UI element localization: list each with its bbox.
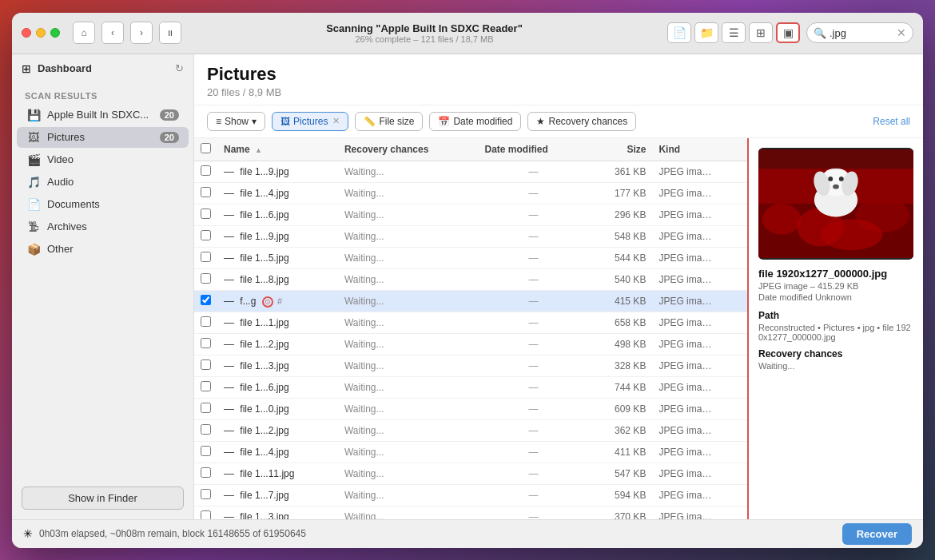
pictures-filter-close-icon[interactable]: ✕ — [332, 116, 340, 126]
search-clear-icon[interactable]: ✕ — [897, 26, 906, 39]
folder-icon-btn[interactable]: 📁 — [694, 22, 718, 43]
sidebar-item-documents[interactable]: 📄 Documents — [17, 194, 189, 215]
grid-view-btn[interactable]: ⊞ — [749, 22, 773, 43]
row-checkbox[interactable] — [201, 273, 211, 284]
col-checkbox — [194, 138, 217, 161]
table-row[interactable]: — f...g ⊙ # Waiting... — 415 KB JPEG ima… — [194, 290, 747, 312]
minimize-button[interactable] — [36, 28, 46, 38]
table-row[interactable]: — file 1...9.jpg Waiting... — 361 KB JPE… — [194, 161, 747, 182]
row-checkbox-cell[interactable] — [194, 204, 217, 225]
row-checkbox-cell[interactable] — [194, 355, 217, 376]
row-checkbox-cell[interactable] — [194, 419, 217, 441]
row-checkbox-cell[interactable] — [194, 225, 217, 247]
forward-button[interactable]: › — [130, 22, 153, 44]
row-checkbox[interactable] — [201, 316, 211, 327]
row-date: — — [478, 247, 588, 268]
row-recovery: Waiting... — [338, 333, 479, 355]
row-checkbox[interactable] — [201, 446, 211, 456]
row-checkbox[interactable] — [201, 252, 211, 262]
sidebar-item-pictures[interactable]: 🖼 Pictures 20 — [17, 127, 189, 148]
table-row[interactable]: — file 1...8.jpg Waiting... — 540 KB JPE… — [194, 268, 747, 290]
search-box[interactable]: 🔍 ✕ — [806, 22, 913, 43]
row-checkbox[interactable] — [201, 209, 211, 219]
table-row[interactable]: — file 1...3.jpg Waiting... — 370 KB JPE… — [194, 506, 747, 519]
dashboard-item[interactable]: ⊞ Dashboard ↻ — [12, 54, 193, 78]
row-checkbox[interactable] — [201, 230, 211, 240]
show-filter-btn[interactable]: ≡ Show ▾ — [207, 112, 265, 131]
file-type-icon: — — [224, 165, 234, 177]
close-button[interactable] — [22, 28, 31, 38]
row-checkbox-cell[interactable] — [194, 182, 217, 204]
row-checkbox-cell[interactable] — [194, 312, 217, 333]
sidebar-item-device[interactable]: 💾 Apple Built In SDXC... 20 — [17, 105, 189, 125]
row-date: — — [478, 355, 588, 376]
table-row[interactable]: — file 1...1.jpg Waiting... — 658 KB JPE… — [194, 312, 747, 333]
sidebar-item-audio[interactable]: 🎵 Audio — [17, 172, 189, 193]
panel-view-btn[interactable]: ▣ — [776, 22, 800, 43]
recovery-chances-filter-btn[interactable]: ★ Recovery chances — [527, 112, 636, 131]
row-checkbox-cell[interactable] — [194, 268, 217, 290]
pictures-filter-btn[interactable]: 🖼 Pictures ✕ — [272, 112, 348, 131]
maximize-button[interactable] — [50, 28, 60, 38]
select-all-checkbox[interactable] — [201, 143, 211, 153]
date-modified-filter-btn[interactable]: 📅 Date modified — [429, 112, 521, 131]
row-checkbox-cell[interactable] — [194, 441, 217, 463]
table-row[interactable]: — file 1...9.jpg Waiting... — 548 KB JPE… — [194, 225, 747, 247]
reset-all-button[interactable]: Reset all — [873, 116, 910, 127]
table-row[interactable]: — file 1...6.jpg Waiting... — 744 KB JPE… — [194, 376, 747, 398]
sidebar-item-video[interactable]: 🎬 Video — [17, 149, 189, 170]
row-checkbox[interactable] — [201, 165, 211, 176]
row-checkbox[interactable] — [201, 489, 211, 499]
pause-button[interactable]: ⏸ — [159, 22, 181, 44]
table-row[interactable]: — file 1...6.jpg Waiting... — 296 KB JPE… — [194, 204, 747, 225]
row-name: — file 1...3.jpg — [217, 355, 338, 376]
row-checkbox-cell[interactable] — [194, 161, 217, 182]
file-table-wrapper[interactable]: Name ▲ Recovery chances Date modified Si… — [194, 138, 747, 519]
table-row[interactable]: — file 1...4.jpg Waiting... — 411 KB JPE… — [194, 441, 747, 463]
file-size-filter-btn[interactable]: 📏 File size — [355, 112, 423, 131]
row-checkbox[interactable] — [201, 295, 211, 305]
table-row[interactable]: — file 1...0.jpg Waiting... — 609 KB JPE… — [194, 398, 747, 419]
table-row[interactable]: — file 1...7.jpg Waiting... — 594 KB JPE… — [194, 484, 747, 506]
sidebar-item-other[interactable]: 📦 Other — [17, 239, 189, 260]
preview-path-label: Path — [758, 310, 913, 321]
file-icon-btn[interactable]: 📄 — [667, 22, 691, 43]
sidebar-item-archives[interactable]: 🗜 Archives — [17, 216, 189, 237]
table-row[interactable]: — file 1...11.jpg Waiting... — 547 KB JP… — [194, 463, 747, 484]
list-view-btn[interactable]: ☰ — [722, 22, 746, 43]
col-kind[interactable]: Kind — [652, 138, 747, 161]
table-row[interactable]: — file 1...5.jpg Waiting... — 544 KB JPE… — [194, 247, 747, 268]
row-checkbox[interactable] — [201, 467, 211, 478]
col-name[interactable]: Name ▲ — [217, 138, 338, 161]
row-checkbox-cell[interactable] — [194, 484, 217, 506]
row-checkbox-cell[interactable] — [194, 376, 217, 398]
col-recovery[interactable]: Recovery chances — [338, 138, 479, 161]
row-checkbox-cell[interactable] — [194, 247, 217, 268]
row-checkbox[interactable] — [201, 359, 211, 370]
table-row[interactable]: — file 1...2.jpg Waiting... — 362 KB JPE… — [194, 419, 747, 441]
row-checkbox-cell[interactable] — [194, 506, 217, 519]
show-in-finder-button[interactable]: Show in Finder — [22, 487, 184, 510]
row-checkbox-cell[interactable] — [194, 463, 217, 484]
row-checkbox[interactable] — [201, 510, 211, 519]
row-checkbox-cell[interactable] — [194, 290, 217, 312]
row-size: 609 KB — [588, 398, 652, 419]
home-button[interactable]: ⌂ — [73, 22, 95, 44]
row-date: — — [478, 506, 588, 519]
col-date[interactable]: Date modified — [478, 138, 588, 161]
row-checkbox[interactable] — [201, 338, 211, 348]
back-button[interactable]: ‹ — [101, 22, 124, 44]
table-row[interactable]: — file 1...2.jpg Waiting... — 498 KB JPE… — [194, 333, 747, 355]
table-row[interactable]: — file 1...3.jpg Waiting... — 328 KB JPE… — [194, 355, 747, 376]
row-checkbox[interactable] — [201, 381, 211, 391]
recover-button[interactable]: Recover — [842, 523, 912, 545]
search-input[interactable] — [830, 27, 893, 39]
row-checkbox-cell[interactable] — [194, 333, 217, 355]
table-row[interactable]: — file 1...4.jpg Waiting... — 177 KB JPE… — [194, 182, 747, 204]
row-checkbox[interactable] — [201, 403, 211, 413]
row-checkbox-cell[interactable] — [194, 398, 217, 419]
pictures-filter-label: Pictures — [293, 116, 328, 127]
col-size[interactable]: Size — [588, 138, 652, 161]
row-checkbox[interactable] — [201, 187, 211, 197]
row-checkbox[interactable] — [201, 424, 211, 435]
